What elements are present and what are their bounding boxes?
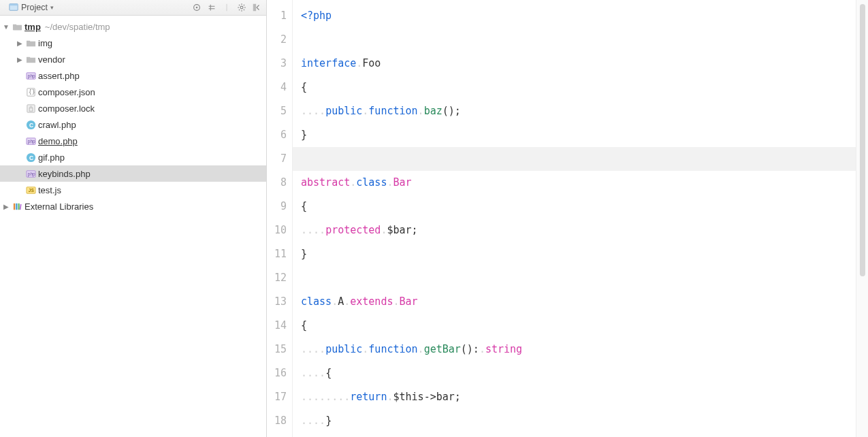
token: { bbox=[301, 81, 307, 93]
tree-external-libs[interactable]: ▶ External Libraries bbox=[0, 198, 266, 214]
disclosure-closed-icon[interactable]: ▶ bbox=[15, 56, 25, 63]
gear-icon[interactable] bbox=[236, 2, 247, 13]
tree-item-name: composer.json bbox=[38, 87, 95, 97]
code-line[interactable] bbox=[293, 28, 856, 52]
token: function bbox=[368, 343, 417, 355]
svg-text:php: php bbox=[27, 74, 35, 79]
divider bbox=[221, 2, 232, 13]
line-number: 14 bbox=[267, 314, 287, 338]
tree-item-name: crawl.php bbox=[38, 120, 76, 130]
line-number: 10 bbox=[267, 218, 287, 242]
token: . bbox=[350, 176, 356, 189]
token: bar bbox=[436, 391, 455, 403]
line-number: 6 bbox=[267, 123, 287, 147]
token: .... bbox=[301, 415, 325, 427]
token: .... bbox=[301, 105, 325, 117]
token: ; bbox=[412, 224, 418, 236]
svg-text:JS: JS bbox=[28, 188, 34, 193]
token: class bbox=[301, 295, 332, 308]
line-number: 18 bbox=[267, 409, 287, 433]
svg-text:php: php bbox=[27, 139, 35, 144]
token: . bbox=[356, 57, 362, 69]
code-line[interactable]: } bbox=[293, 242, 856, 266]
disclosure-closed-icon[interactable]: ▶ bbox=[15, 39, 25, 47]
project-view-label: Project bbox=[21, 3, 48, 12]
code-line[interactable]: ....public.function.getBar():.string bbox=[293, 338, 856, 361]
code-line[interactable]: <?php bbox=[293, 4, 856, 28]
tree-item[interactable]: ▶Cgif.php bbox=[0, 149, 266, 165]
token: extends bbox=[350, 295, 393, 308]
code-line[interactable] bbox=[293, 147, 856, 171]
code-area[interactable]: <?phpinterface.Foo{....public.function.b… bbox=[293, 0, 856, 437]
tree-item[interactable]: ▶phpdemo.php bbox=[0, 133, 266, 149]
code-line[interactable]: ....{ bbox=[293, 361, 856, 385]
svg-point-5 bbox=[240, 6, 243, 9]
tree-item[interactable]: ▶img bbox=[0, 35, 266, 51]
code-editor[interactable]: 123456789101112131415161718 <?phpinterfa… bbox=[267, 0, 868, 437]
token: .... bbox=[301, 367, 325, 379]
token: } bbox=[301, 129, 307, 141]
code-line[interactable]: { bbox=[293, 195, 856, 218]
token: protected bbox=[325, 224, 381, 236]
code-line[interactable]: interface.Foo bbox=[293, 52, 856, 76]
code-line[interactable]: abstract.class.Bar bbox=[293, 171, 856, 195]
token: . bbox=[362, 105, 368, 117]
code-line[interactable]: ....protected.$bar; bbox=[293, 218, 856, 242]
disclosure-open-icon[interactable]: ▼ bbox=[1, 23, 11, 31]
token: $this bbox=[393, 391, 423, 403]
collapse-all-icon[interactable] bbox=[206, 2, 217, 13]
code-line[interactable]: ........return.$this->bar; bbox=[293, 385, 856, 409]
token: . bbox=[393, 295, 399, 308]
svg-rect-20 bbox=[29, 108, 33, 111]
svg-rect-32 bbox=[16, 203, 17, 209]
token: . bbox=[418, 343, 424, 355]
code-line[interactable]: { bbox=[293, 314, 856, 338]
line-number: 15 bbox=[267, 338, 287, 361]
tree-item[interactable]: ▶vendor bbox=[0, 51, 266, 67]
lock-icon bbox=[25, 103, 37, 114]
svg-line-10 bbox=[239, 5, 240, 5]
tree-item[interactable]: ▶Ccrawl.php bbox=[0, 116, 266, 133]
tree-root[interactable]: ▼ tmp ~/dev/spatie/tmp bbox=[0, 18, 266, 35]
token: abstract bbox=[301, 176, 350, 189]
line-number: 11 bbox=[267, 242, 287, 266]
json-icon: {} bbox=[25, 87, 37, 97]
line-number: 7 bbox=[267, 147, 287, 171]
token: $bar bbox=[387, 224, 411, 236]
svg-line-11 bbox=[244, 10, 244, 10]
code-line[interactable]: ....} bbox=[293, 409, 856, 433]
code-line[interactable]: class.A.extends.Bar bbox=[293, 290, 856, 314]
token: Bar bbox=[393, 176, 411, 189]
token: . bbox=[332, 295, 338, 308]
hide-icon[interactable] bbox=[251, 2, 262, 13]
scrollbar-thumb[interactable] bbox=[860, 4, 865, 276]
token: Foo bbox=[362, 57, 381, 69]
line-number: 13 bbox=[267, 290, 287, 314]
code-line[interactable]: } bbox=[293, 123, 856, 147]
code-line[interactable]: ....public.function.baz(); bbox=[293, 99, 856, 123]
svg-rect-14 bbox=[253, 4, 256, 12]
token: Bar bbox=[400, 295, 418, 308]
token: . bbox=[362, 343, 368, 355]
code-line[interactable]: { bbox=[293, 76, 856, 99]
tree-item-name: vendor bbox=[38, 54, 65, 65]
token: ........ bbox=[301, 391, 350, 403]
tree-item[interactable]: ▶phpkeybinds.php bbox=[0, 165, 266, 182]
disclosure-closed-icon[interactable]: ▶ bbox=[1, 203, 11, 210]
project-view-selector[interactable]: Project ▾ bbox=[4, 1, 59, 15]
locate-icon[interactable] bbox=[191, 2, 202, 13]
tree-item[interactable]: ▶composer.lock bbox=[0, 100, 266, 116]
token: class bbox=[356, 176, 387, 189]
tree-item[interactable]: ▶phpassert.php bbox=[0, 67, 266, 84]
libraries-icon bbox=[11, 201, 23, 212]
tree-item[interactable]: ▶JStest.js bbox=[0, 182, 266, 198]
code-line[interactable] bbox=[293, 266, 856, 290]
file-tree[interactable]: ▼ tmp ~/dev/spatie/tmp ▶img▶vendor▶phpas… bbox=[0, 16, 266, 437]
token: string bbox=[485, 343, 522, 355]
tree-item[interactable]: ▶{}composer.json bbox=[0, 84, 266, 100]
svg-line-12 bbox=[244, 5, 244, 5]
tree-item-name: keybinds.php bbox=[38, 169, 91, 179]
token: return bbox=[350, 391, 387, 403]
token: <?php bbox=[301, 10, 332, 22]
line-number: 1 bbox=[267, 4, 287, 28]
